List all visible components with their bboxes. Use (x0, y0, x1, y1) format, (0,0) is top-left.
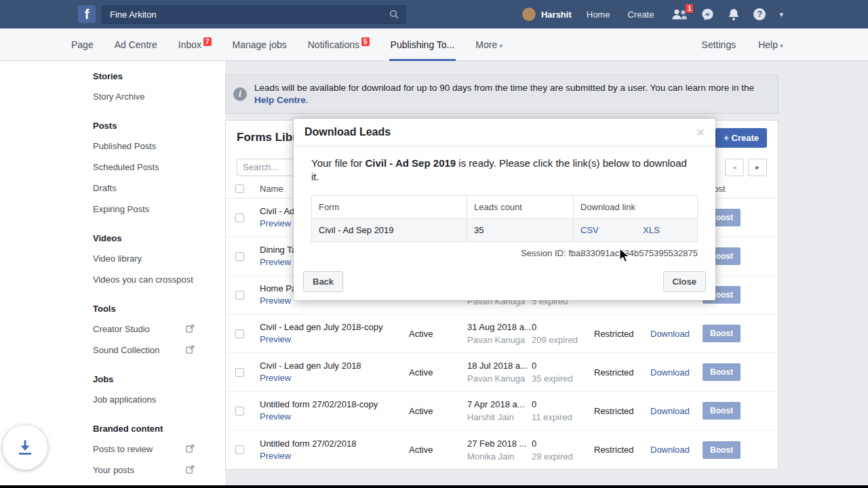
help-icon[interactable]: ? (753, 8, 766, 20)
sidebar-item-videos[interactable]: Videos (93, 233, 195, 243)
messenger-icon[interactable] (701, 8, 714, 21)
profile-name[interactable]: Harshit (541, 9, 572, 20)
modal-column-leads-count: Leads count (467, 196, 574, 219)
download-leads-modal: Download Leads × Your file for Civil - A… (294, 119, 715, 300)
external-link-icon (186, 465, 195, 476)
pagination-prev-button[interactable]: ◄ (725, 159, 744, 176)
row-checkbox[interactable] (235, 445, 244, 454)
form-name: Untitled form 27/02/2018 (260, 439, 409, 449)
page-admin-tabs: Page Ad Centre Inbox7 Manage jobs Notifi… (0, 28, 868, 61)
sidebar-item-posts-to-review[interactable]: Posts to review (93, 443, 195, 455)
download-link[interactable]: Download (650, 406, 703, 416)
tab-more[interactable]: More▾ (475, 39, 502, 50)
avatar[interactable] (521, 7, 536, 22)
friend-requests-badge: 1 (686, 4, 694, 13)
banner-text: Leads will be available for download for… (254, 75, 778, 113)
sidebar-item-job-applications[interactable]: Job applications (93, 394, 195, 405)
table-row: Civil - Lead gen July 2018 Preview Activ… (226, 353, 778, 392)
top-navigation-bar: f Harshit Home Create 1 (0, 0, 868, 28)
preview-link[interactable]: Preview (260, 334, 291, 344)
tab-inbox[interactable]: Inbox7 (178, 39, 212, 50)
sidebar-item-published-posts[interactable]: Published Posts (93, 140, 195, 152)
pagination-next-button[interactable]: ► (748, 159, 767, 176)
sidebar-item-expiring-posts[interactable]: Expiring Posts (93, 203, 195, 215)
modal-close-icon[interactable]: × (696, 127, 705, 138)
home-link[interactable]: Home (587, 9, 610, 20)
global-search-box (102, 5, 406, 24)
boost-button[interactable]: Boost (703, 325, 741, 342)
download-link[interactable]: Download (650, 329, 703, 339)
sidebar-item-drafts[interactable]: Drafts (93, 182, 195, 194)
session-id-text: Session ID: fba833091ac534b575395532875 (311, 248, 698, 258)
sidebar-item-tools[interactable]: Tools (93, 304, 195, 314)
publishing-tools-sidebar: Stories Story Archive Posts Published Po… (0, 61, 225, 485)
tab-notifications[interactable]: Notifications5 (308, 39, 370, 50)
download-floating-button[interactable] (3, 425, 47, 470)
notifications-bell-icon[interactable] (728, 8, 740, 21)
sidebar-item-crosspost-videos[interactable]: Videos you can crosspost (93, 274, 195, 285)
friend-requests-icon[interactable]: 1 (671, 9, 688, 20)
help-caret-icon: ▾ (780, 42, 783, 49)
modal-message: Your file for Civil - Ad Sep 2019 is rea… (311, 157, 695, 184)
download-link[interactable]: Download (650, 367, 703, 378)
row-checkbox[interactable] (235, 291, 244, 300)
preview-link[interactable]: Preview (260, 373, 291, 383)
boost-button[interactable]: Boost (703, 441, 741, 459)
modal-row-form-name: Civil - Ad Sep 2019 (312, 219, 467, 242)
table-row: Civil - Lead gen July 2018-copy Preview … (226, 314, 778, 353)
form-name: Civil - Lead gen July 2018-copy (260, 322, 409, 332)
download-icon (16, 438, 35, 457)
tab-publishing-tools[interactable]: Publishing To... (391, 39, 455, 50)
close-button[interactable]: Close (663, 271, 706, 292)
boost-button[interactable]: Boost (703, 363, 741, 381)
tab-help[interactable]: Help▾ (758, 39, 783, 50)
download-link[interactable]: Download (650, 445, 703, 455)
modal-row-leads-count: 35 (467, 219, 574, 242)
more-caret-icon: ▾ (499, 42, 502, 49)
modal-column-form: Form (312, 196, 467, 219)
preview-link[interactable]: Preview (260, 296, 291, 306)
external-link-icon (186, 345, 195, 357)
facebook-logo[interactable]: f (78, 5, 96, 23)
boost-button[interactable]: Boost (703, 402, 741, 420)
sidebar-item-scheduled-posts[interactable]: Scheduled Posts (93, 161, 195, 173)
preview-link[interactable]: Preview (260, 257, 291, 267)
sidebar-item-your-posts[interactable]: Your posts (93, 464, 195, 476)
sidebar-item-sound-collection[interactable]: Sound Collection (93, 344, 195, 356)
modal-table-row: Civil - Ad Sep 2019 35 CSV XLS (312, 219, 698, 242)
facebook-publishing-tools-page: f Harshit Home Create 1 (0, 0, 868, 488)
create-form-button[interactable]: + Create (715, 128, 767, 148)
row-checkbox[interactable] (235, 252, 244, 261)
row-checkbox[interactable] (235, 368, 244, 377)
sidebar-item-story-archive[interactable]: Story Archive (93, 91, 195, 102)
back-button[interactable]: Back (303, 271, 343, 292)
account-menu-caret-icon[interactable]: ▾ (779, 10, 783, 19)
search-input[interactable] (108, 9, 389, 20)
sidebar-item-jobs[interactable]: Jobs (93, 374, 195, 384)
sidebar-item-creator-studio[interactable]: Creator Studio (93, 323, 195, 335)
sidebar-item-stories[interactable]: Stories (93, 71, 195, 81)
tab-ad-centre[interactable]: Ad Centre (115, 39, 157, 50)
sidebar-item-video-library[interactable]: Video library (93, 253, 195, 264)
tab-page[interactable]: Page (71, 39, 94, 50)
preview-link[interactable]: Preview (260, 451, 291, 461)
row-checkbox[interactable] (235, 214, 244, 222)
create-link[interactable]: Create (627, 9, 654, 20)
sidebar-item-posts[interactable]: Posts (93, 121, 195, 131)
tab-manage-jobs[interactable]: Manage jobs (233, 39, 287, 50)
modal-column-download-link: Download link (574, 196, 698, 219)
modal-form-name: Civil - Ad Sep 2019 (366, 157, 456, 169)
select-all-checkbox[interactable] (235, 184, 244, 193)
form-name: Untitled form 27/02/2018-copy (260, 399, 409, 409)
preview-link[interactable]: Preview (260, 411, 291, 422)
row-checkbox[interactable] (235, 329, 244, 338)
preview-link[interactable]: Preview (260, 218, 291, 228)
tab-settings[interactable]: Settings (702, 39, 736, 50)
help-centre-link[interactable]: Help Centre (254, 95, 306, 105)
search-icon[interactable] (389, 9, 399, 19)
xls-download-link[interactable]: XLS (643, 225, 660, 235)
csv-download-link[interactable]: CSV (580, 225, 599, 235)
sidebar-item-branded-content[interactable]: Branded content (93, 424, 195, 434)
topbar-right-cluster: Harshit Home Create 1 (521, 7, 783, 22)
row-checkbox[interactable] (235, 407, 244, 415)
